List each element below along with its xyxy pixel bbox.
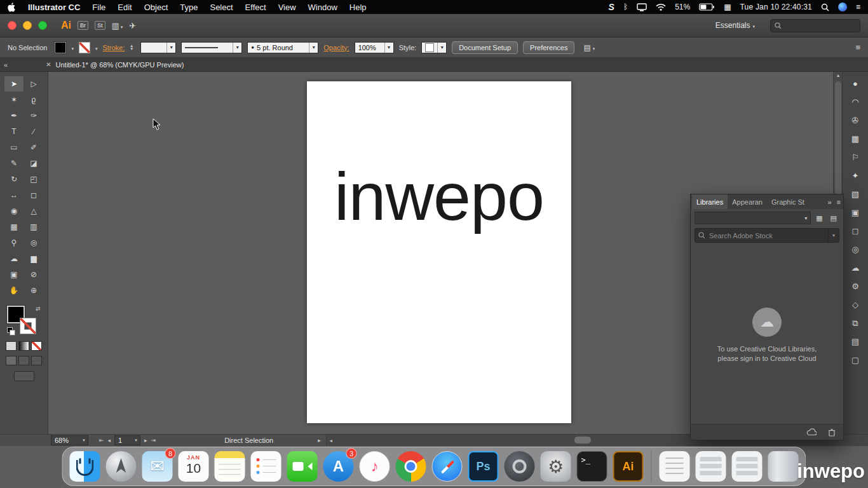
lasso-tool[interactable]: ϱ	[24, 92, 43, 107]
change-screen-mode-button[interactable]	[14, 371, 34, 381]
paintbrush-tool[interactable]: ✐	[24, 140, 43, 155]
chevron-down-icon[interactable]	[132, 438, 140, 443]
safari-dock-icon[interactable]	[432, 451, 463, 482]
notification-center-icon[interactable]: ≡	[856, 3, 860, 11]
menu-item[interactable]: View	[278, 3, 296, 12]
tab-graphic-styles[interactable]: Graphic St	[767, 194, 809, 209]
siri-icon[interactable]	[838, 3, 847, 11]
sync-library-icon[interactable]	[804, 428, 819, 436]
panel-icon-8[interactable]: ▣	[848, 205, 863, 219]
chevron-down-icon[interactable]	[437, 43, 446, 53]
panel-icon-12[interactable]: ⚙	[848, 279, 863, 293]
menu-item[interactable]: Window	[308, 3, 337, 12]
zoom-window-button[interactable]	[38, 21, 47, 30]
perspective-grid-tool[interactable]: △	[24, 203, 43, 219]
photoshop-dock-icon[interactable]: Ps	[468, 451, 499, 482]
zoom-level-select[interactable]: 68%	[51, 435, 88, 445]
menu-item[interactable]: File	[92, 3, 105, 12]
titlebar-search-input[interactable]	[784, 21, 856, 30]
stroke-color-swatch[interactable]	[79, 42, 90, 53]
panel-icon-11[interactable]: ☁	[848, 261, 863, 274]
s-status-icon[interactable]: S	[609, 2, 614, 12]
documents-dock-icon[interactable]	[660, 451, 690, 482]
gpu-performance-icon[interactable]: ✈	[129, 21, 136, 30]
chevron-down-icon[interactable]	[95, 44, 98, 51]
curvature-tool[interactable]: ✑	[24, 108, 43, 123]
panel-icon-3[interactable]: ✇	[848, 113, 863, 127]
free-transform-tool[interactable]: ◻	[24, 187, 43, 203]
panel-icon-4[interactable]: ▦	[848, 132, 863, 146]
chevron-down-icon[interactable]	[384, 43, 393, 53]
panel-menu-icon[interactable]: ≡	[834, 194, 843, 209]
magic-wand-tool[interactable]: ✶	[4, 92, 24, 107]
stroke-weight-select[interactable]	[140, 42, 176, 53]
panel-icon-6[interactable]: ✦	[848, 168, 863, 182]
stroke-panel-link[interactable]: Stroke:	[102, 44, 125, 51]
direct-selection-tool[interactable]: ▷	[24, 76, 43, 92]
brush-definition-select[interactable]: ● 5 pt. Round	[247, 42, 318, 53]
eyedropper-tool[interactable]: ⚲	[4, 235, 24, 250]
notes-dock-icon[interactable]	[215, 451, 245, 482]
slice-tool[interactable]: ⊘	[24, 267, 43, 282]
illustrator-dock-icon[interactable]: Ai	[613, 451, 644, 482]
panel-icon-9[interactable]: ◻	[848, 224, 863, 238]
shape-builder-tool[interactable]: ◉	[4, 203, 24, 219]
previous-artboard-button[interactable]	[106, 437, 113, 444]
grid-view-icon[interactable]: ▦	[813, 214, 825, 222]
terminal-dock-icon[interactable]: >_	[577, 451, 607, 482]
tab-appearance[interactable]: Appearan	[728, 194, 767, 209]
collapse-panels-icon[interactable]: «	[4, 61, 8, 69]
spotlight-icon[interactable]	[821, 3, 829, 11]
last-artboard-button[interactable]	[149, 437, 158, 444]
workspace-switcher[interactable]: Essentials	[715, 21, 755, 30]
panel-icon-15[interactable]: ▤	[848, 334, 863, 348]
battery-icon[interactable]	[699, 3, 715, 11]
draw-normal-button[interactable]	[6, 356, 17, 365]
menu-item[interactable]: Effect	[245, 3, 266, 12]
panel-icon-7[interactable]: ▧	[848, 187, 863, 201]
draw-inside-button[interactable]	[31, 356, 42, 365]
apple-menu-icon[interactable]	[8, 3, 16, 12]
adobe-stock-search-field[interactable]	[695, 228, 839, 243]
width-tool[interactable]: ↔	[4, 187, 24, 203]
panel-icon-2[interactable]: ◠	[848, 95, 863, 109]
panel-icon-14[interactable]: ⧉	[848, 316, 863, 330]
scroll-up-arrow[interactable]	[834, 72, 843, 78]
gradient-tool[interactable]: ▥	[24, 219, 43, 234]
pencil-tool[interactable]: ✎	[4, 156, 24, 171]
artboard-number-select[interactable]: 1	[114, 435, 140, 445]
status-options-arrow[interactable]	[318, 437, 321, 444]
reminders-dock-icon[interactable]	[251, 451, 281, 482]
itunes-dock-icon[interactable]: ♪	[360, 451, 390, 482]
stroke-weight-stepper[interactable]	[130, 44, 135, 51]
chevron-down-icon[interactable]	[80, 438, 88, 443]
symbol-sprayer-tool[interactable]: ☁	[4, 251, 24, 266]
artboard-tool[interactable]: ▣	[4, 267, 24, 282]
chevron-down-icon[interactable]	[71, 44, 74, 51]
default-fill-stroke-icon[interactable]	[7, 327, 15, 335]
stack-dock-icon[interactable]	[732, 451, 763, 482]
titlebar-search-field[interactable]	[770, 19, 860, 32]
horizontal-scrollbar-thumb[interactable]	[574, 437, 591, 444]
system-preferences-dock-icon[interactable]: ⚙	[541, 451, 571, 482]
panel-icon-5[interactable]: ⚐	[848, 150, 863, 164]
scale-tool[interactable]: ◰	[24, 172, 43, 187]
wifi-icon[interactable]	[656, 3, 666, 11]
preferences-button[interactable]: Preferences	[523, 41, 574, 54]
variable-width-profile-select[interactable]	[181, 42, 242, 53]
menu-app-name[interactable]: Illustrator CC	[28, 3, 80, 12]
zoom-tool[interactable]: ⊕	[24, 283, 43, 298]
graphic-style-select[interactable]	[421, 42, 447, 53]
gradient-button[interactable]	[18, 341, 29, 351]
mail-dock-icon[interactable]: ✉ 8	[142, 451, 173, 482]
menu-bar-clock[interactable]: Tue Jan 10 22:40:31	[740, 3, 812, 11]
none-button[interactable]	[31, 341, 42, 351]
input-grid-icon[interactable]: ▦	[724, 3, 731, 11]
hand-tool[interactable]: ✋	[4, 283, 24, 298]
trash-dock-icon[interactable]	[768, 451, 799, 482]
delete-library-icon[interactable]	[825, 428, 838, 437]
pen-tool[interactable]: ✒	[4, 108, 24, 123]
selection-tool[interactable]: ➤	[4, 76, 24, 92]
menu-item[interactable]: Help	[349, 3, 367, 12]
control-panel-menu-icon[interactable]: ≡	[855, 43, 860, 52]
